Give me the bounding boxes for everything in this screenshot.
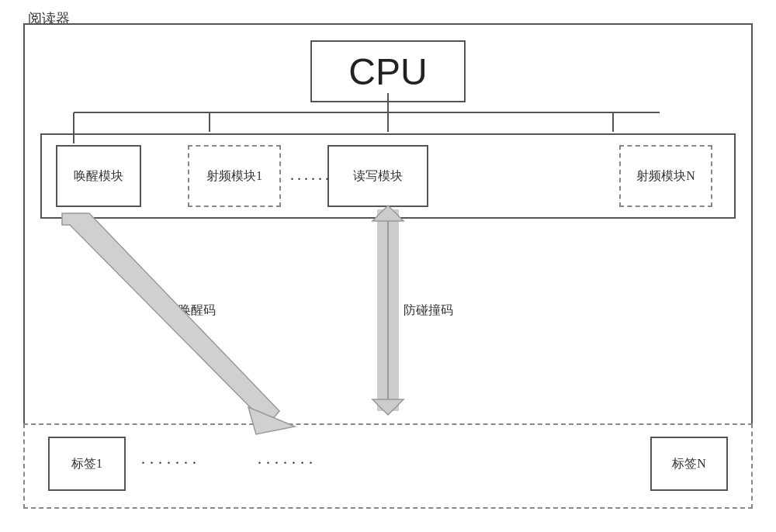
rf-module-n-label: 射频模块N bbox=[636, 168, 695, 185]
dots-tags-1: ······· bbox=[141, 454, 201, 472]
wake-module-label: 唤醒模块 bbox=[74, 168, 123, 185]
rf-module-1: 射频模块1 bbox=[188, 145, 281, 207]
anticollision-label: 防碰撞码 bbox=[404, 302, 453, 319]
rf-module-n: 射频模块N bbox=[619, 145, 712, 207]
cpu-label: CPU bbox=[348, 50, 427, 93]
page-container: 阅读器 CPU 唤醒模块 射频模块1 ······· 读写模块 射频模块N 标签 bbox=[0, 0, 776, 532]
rw-module: 读写模块 bbox=[327, 145, 428, 207]
tags-box: 标签1 ······· ······· 标签N bbox=[23, 423, 753, 509]
tag-1-label: 标签1 bbox=[71, 456, 102, 472]
wakeup-code-label: 唤醒码 bbox=[178, 302, 216, 319]
tag-n: 标签N bbox=[650, 437, 728, 491]
wake-module: 唤醒模块 bbox=[56, 145, 141, 207]
rf-module-1-label: 射频模块1 bbox=[206, 168, 262, 185]
tag-n-label: 标签N bbox=[672, 456, 706, 472]
rw-module-label: 读写模块 bbox=[353, 168, 403, 185]
dots-tags-2: ······· bbox=[258, 454, 317, 472]
cpu-box: CPU bbox=[310, 40, 466, 102]
tag-1: 标签1 bbox=[48, 437, 126, 491]
